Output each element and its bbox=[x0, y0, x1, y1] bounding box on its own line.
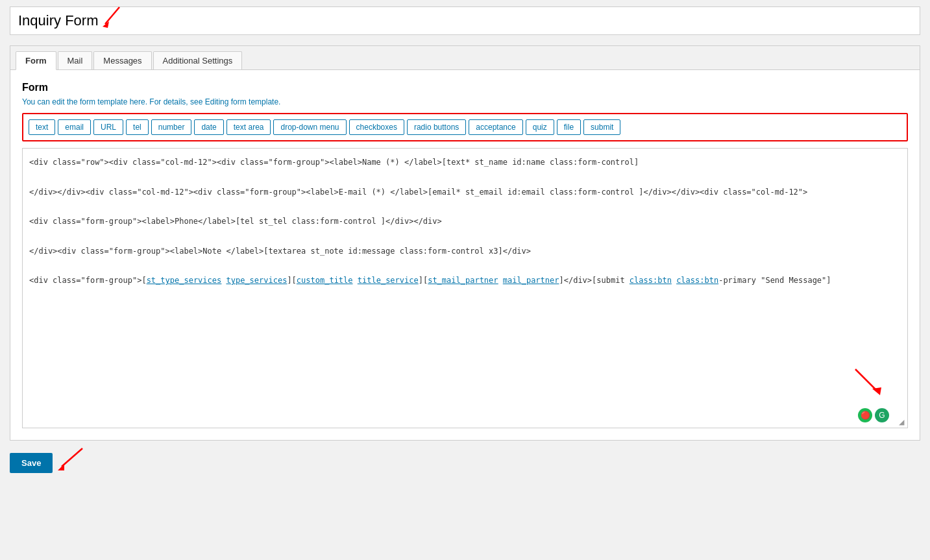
tag-button-acceptance[interactable]: acceptance bbox=[469, 119, 522, 135]
grammarly-icon[interactable]: 🔴 bbox=[858, 408, 872, 422]
tag-button-number[interactable]: number bbox=[151, 119, 192, 135]
resize-handle[interactable]: ◢ bbox=[897, 417, 906, 426]
form-section-title: Form bbox=[22, 82, 908, 93]
tabs-bar: Form Mail Messages Additional Settings bbox=[10, 46, 920, 70]
code-editor-wrapper: <div class="row"><div class="col-md-12">… bbox=[22, 148, 908, 428]
editing-form-template-link[interactable]: Editing form template bbox=[205, 97, 278, 106]
tag-buttons-row: textemailURLtelnumberdatetext areadrop-d… bbox=[22, 113, 908, 141]
code-link: type_services bbox=[160, 276, 221, 285]
code-link: st_mail_partner bbox=[428, 276, 498, 285]
page-wrapper: Inquiry Form Form Mail Messages Addition… bbox=[0, 0, 930, 489]
tab-messages[interactable]: Messages bbox=[93, 51, 151, 69]
plugin-icon[interactable]: G bbox=[875, 408, 889, 422]
code-link: type_services bbox=[226, 276, 287, 285]
tag-button-drop-down-menu[interactable]: drop-down menu bbox=[273, 119, 346, 135]
form-help-text: You can edit the form template here. For… bbox=[22, 97, 908, 106]
tag-button-checkboxes[interactable]: checkboxes bbox=[349, 119, 404, 135]
tab-additional-settings[interactable]: Additional Settings bbox=[153, 51, 243, 69]
tab-mail[interactable]: Mail bbox=[58, 51, 93, 69]
page-title: Inquiry Form bbox=[18, 12, 98, 29]
tag-button-URL[interactable]: URL bbox=[93, 119, 123, 135]
tab-content-form: Form You can edit the form template here… bbox=[10, 70, 920, 440]
tag-button-tel[interactable]: tel bbox=[126, 119, 149, 135]
code-link: custom_title bbox=[297, 276, 353, 285]
code-editor-area[interactable]: <div class="row"><div class="col-md-12">… bbox=[23, 149, 907, 428]
code-link: mail_partner bbox=[442, 276, 498, 285]
tag-button-date[interactable]: date bbox=[194, 119, 223, 135]
editor-arrow-annotation bbox=[849, 363, 888, 402]
tag-button-file[interactable]: file bbox=[557, 119, 581, 135]
svg-line-0 bbox=[105, 7, 119, 24]
svg-marker-3 bbox=[872, 387, 881, 395]
svg-marker-5 bbox=[58, 464, 64, 470]
code-link: title_service bbox=[358, 276, 419, 285]
save-button[interactable]: Save bbox=[10, 453, 53, 473]
title-arrow-annotation bbox=[96, 5, 127, 30]
save-arrow-annotation bbox=[50, 443, 89, 476]
tag-button-email[interactable]: email bbox=[58, 119, 91, 135]
code-link: class:btn bbox=[630, 276, 672, 285]
tabs-container: Form Mail Messages Additional Settings F… bbox=[10, 45, 920, 441]
tag-button-submit[interactable]: submit bbox=[583, 119, 620, 135]
tag-button-text-area[interactable]: text area bbox=[226, 119, 271, 135]
tag-button-radio-buttons[interactable]: radio buttons bbox=[407, 119, 466, 135]
code-link: mail_partner bbox=[503, 276, 559, 285]
tab-form[interactable]: Form bbox=[16, 51, 56, 70]
code-link: st_type_services bbox=[147, 276, 222, 285]
editor-icons: 🔴 G bbox=[858, 408, 889, 422]
title-bar: Inquiry Form bbox=[10, 6, 920, 35]
svg-line-2 bbox=[855, 369, 877, 391]
tag-button-text[interactable]: text bbox=[29, 119, 55, 135]
svg-line-4 bbox=[62, 448, 82, 467]
tag-button-quiz[interactable]: quiz bbox=[526, 119, 554, 135]
footer: Save bbox=[10, 450, 920, 476]
code-link: class:btn bbox=[676, 276, 718, 285]
